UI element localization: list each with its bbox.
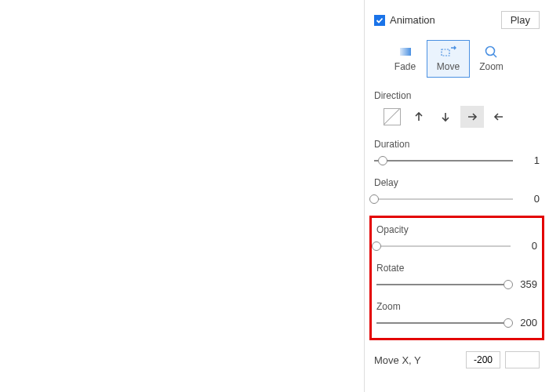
rotate-slider[interactable] (376, 284, 511, 285)
opacity-slider[interactable] (376, 245, 511, 247)
direction-down[interactable] (434, 106, 457, 128)
slider-thumb[interactable] (504, 318, 513, 328)
duration-slider[interactable] (374, 160, 513, 162)
direction-right[interactable] (460, 106, 484, 128)
animation-label: Animation (390, 14, 435, 26)
direction-up[interactable] (407, 106, 431, 128)
play-button[interactable]: Play (501, 11, 540, 29)
slider-thumb[interactable] (504, 280, 513, 289)
zoom-label: Zoom (376, 301, 537, 312)
direction-left[interactable] (487, 106, 511, 128)
svg-rect-2 (442, 49, 449, 56)
move-y-input[interactable] (505, 351, 540, 368)
fade-icon (398, 45, 413, 58)
rotate-value: 359 (517, 278, 537, 290)
direction-label: Direction (374, 90, 540, 101)
move-x-input[interactable] (466, 351, 500, 368)
move-label: Move X, Y (374, 354, 421, 366)
animation-panel: Animation Play Fade Move Zoom Direction (364, 0, 549, 392)
highlight-box: Opacity 0 Rotate 359 Zoom (369, 216, 544, 340)
animation-toggle[interactable]: Animation (374, 14, 435, 26)
opacity-value: 0 (517, 240, 537, 252)
mode-tabs: Fade Move Zoom (384, 40, 540, 78)
rotate-label: Rotate (376, 263, 537, 274)
slider-thumb[interactable] (369, 194, 379, 204)
mode-zoom[interactable]: Zoom (470, 40, 513, 78)
zoom-group: Zoom 200 (376, 301, 537, 328)
zoom-icon (484, 45, 500, 58)
slider-thumb[interactable] (372, 241, 381, 251)
rotate-group: Rotate 359 (376, 263, 537, 290)
mode-fade[interactable]: Fade (384, 40, 427, 78)
delay-slider[interactable] (374, 198, 513, 200)
opacity-label: Opacity (376, 224, 537, 235)
move-icon (441, 45, 456, 58)
slider-thumb[interactable] (378, 156, 387, 165)
svg-point-3 (485, 47, 494, 56)
svg-line-4 (493, 54, 496, 57)
duration-label: Duration (374, 139, 540, 150)
zoom-value: 200 (517, 317, 537, 328)
zoom-slider[interactable] (376, 322, 511, 324)
direction-none[interactable] (384, 108, 401, 125)
delay-label: Delay (374, 177, 540, 188)
delay-group: Delay 0 (374, 177, 540, 205)
canvas-area (0, 0, 364, 392)
mode-move[interactable]: Move (427, 40, 470, 78)
mode-zoom-label: Zoom (479, 61, 504, 72)
opacity-group: Opacity 0 (376, 224, 537, 252)
move-row: Move X, Y (374, 351, 540, 375)
duration-value: 1 (519, 154, 540, 166)
svg-rect-1 (400, 48, 411, 56)
panel-header: Animation Play (374, 8, 540, 29)
checkbox-icon (374, 15, 385, 26)
direction-buttons (382, 106, 540, 128)
delay-value: 0 (519, 193, 540, 205)
mode-fade-label: Fade (394, 61, 416, 72)
duration-group: Duration 1 (374, 139, 540, 166)
mode-move-label: Move (437, 61, 460, 72)
